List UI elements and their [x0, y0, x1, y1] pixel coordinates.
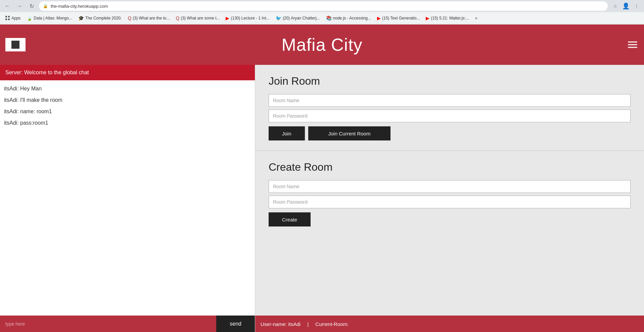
bookmark-twitter-label: (20) Aryan Chatterj... — [283, 16, 320, 20]
create-room-buttons: Create — [269, 212, 631, 226]
bookmark-stack-label: node.js - Accessing... — [333, 16, 371, 20]
chat-message-1: itsAdi: Hey Man — [4, 83, 251, 94]
create-room-name-input[interactable] — [269, 180, 631, 193]
send-button[interactable]: send — [216, 316, 255, 332]
quora-icon-2: Q — [176, 15, 180, 21]
status-divider: | — [307, 321, 309, 327]
bookmark-quora-1[interactable]: Q (3) What are the to... — [125, 14, 173, 22]
bookmark-youtube-2[interactable]: ▶ (15) Text Generatio... — [374, 14, 423, 22]
chat-input[interactable] — [0, 316, 216, 332]
header-logo — [5, 38, 26, 51]
join-room-name-input[interactable] — [269, 94, 631, 107]
address-bar[interactable]: 🔒 the-mafia-city.herokuapp.com — [39, 1, 608, 11]
chat-message-2: itsAdi: I'll make the room — [4, 94, 251, 106]
star-button[interactable]: ☆ — [610, 1, 620, 11]
bookmark-youtube-1[interactable]: ▶ (130) Lecture - 1 Int... — [223, 14, 272, 22]
youtube-icon-2: ▶ — [377, 15, 381, 21]
mongo-icon: 🍃 — [27, 15, 32, 21]
join-room-section: Join Room Join Join Current Room — [255, 65, 644, 151]
bookmark-mongo[interactable]: 🍃 Data | Atlas: Mongo... — [24, 14, 75, 22]
chat-input-bar: send — [0, 316, 255, 332]
bookmark-udemy[interactable]: 🎓 The Complete 2020. — [76, 14, 125, 22]
main-content: Server: Welcome to the global chat itsAd… — [0, 65, 644, 332]
bookmark-twitter[interactable]: 🐦 (20) Aryan Chatterj... — [273, 14, 323, 22]
current-room-status: Current-Room: — [315, 321, 349, 327]
bookmark-apps-label: Apps — [11, 16, 20, 20]
lock-icon: 🔒 — [43, 4, 48, 8]
app-header: Mafia City — [0, 25, 644, 65]
bookmark-mongo-label: Data | Atlas: Mongo... — [34, 16, 72, 20]
forward-button[interactable]: → — [15, 1, 24, 11]
browser-chrome: ← → ↻ 🔒 the-mafia-city.herokuapp.com ☆ 👤… — [0, 0, 644, 25]
stack-icon: 📚 — [326, 15, 332, 21]
username-status: User-name: itsAdi — [261, 321, 301, 327]
bookmark-quora1-label: (3) What are the to... — [133, 16, 170, 20]
menu-line-3 — [628, 47, 637, 48]
menu-line-2 — [628, 44, 637, 45]
bookmark-quora-2[interactable]: Q (3) What are some t... — [173, 14, 223, 22]
bookmark-quora2-label: (3) What are some t... — [181, 16, 220, 20]
create-button[interactable]: Create — [269, 212, 311, 226]
chat-message-3: itsAdi: name: room1 — [4, 106, 251, 117]
bookmarks-bar: Apps 🍃 Data | Atlas: Mongo... 🎓 The Comp… — [0, 12, 644, 24]
youtube-icon-1: ▶ — [226, 15, 229, 21]
app-wrapper: Mafia City Server: Welcome to the global… — [0, 25, 644, 332]
chat-messages-area: itsAdi: Hey Man itsAdi: I'll make the ro… — [0, 80, 255, 316]
browser-right-controls: ☆ 👤 ⋮ — [610, 1, 641, 11]
youtube-icon-3: ▶ — [426, 15, 429, 21]
apps-icon — [5, 16, 10, 20]
create-room-title: Create Room — [269, 161, 631, 173]
hamburger-menu-button[interactable] — [628, 42, 637, 48]
udemy-icon: 🎓 — [78, 15, 84, 21]
bookmark-youtube2-label: (15) Text Generatio... — [382, 16, 420, 20]
right-panel: Join Room Join Join Current Room Create … — [255, 65, 644, 332]
more-bookmarks-label: » — [475, 16, 477, 20]
quora-icon-1: Q — [128, 15, 132, 21]
join-room-buttons: Join Join Current Room — [269, 126, 631, 140]
join-current-room-button[interactable]: Join Current Room — [308, 126, 391, 140]
bookmark-youtube3-label: (15) 5.21: Matter.js:... — [431, 16, 469, 20]
bookmark-udemy-label: The Complete 2020. — [85, 16, 122, 20]
bookmark-youtube1-label: (130) Lecture - 1 Int... — [231, 16, 269, 20]
bookmark-apps[interactable]: Apps — [3, 14, 23, 22]
app-title: Mafia City — [281, 35, 362, 55]
user-avatar[interactable]: 👤 — [621, 1, 631, 11]
chat-message-4: itsAdi: pass:room1 — [4, 117, 251, 129]
join-button[interactable]: Join — [269, 126, 305, 140]
bookmark-more[interactable]: » — [472, 14, 480, 22]
back-button[interactable]: ← — [3, 1, 12, 11]
browser-top-bar: ← → ↻ 🔒 the-mafia-city.herokuapp.com ☆ 👤… — [0, 0, 644, 12]
url-text: the-mafia-city.herokuapp.com — [51, 4, 604, 9]
bookmark-youtube-3[interactable]: ▶ (15) 5.21: Matter.js:... — [423, 14, 471, 22]
chat-panel: Server: Welcome to the global chat itsAd… — [0, 65, 255, 332]
twitter-icon: 🐦 — [276, 15, 281, 21]
right-status-bar: User-name: itsAdi | Current-Room: — [255, 316, 644, 332]
browser-menu-button[interactable]: ⋮ — [632, 1, 641, 11]
logo-icon — [11, 41, 19, 49]
join-room-password-input[interactable] — [269, 110, 631, 122]
server-message: Server: Welcome to the global chat — [0, 65, 255, 80]
create-room-password-input[interactable] — [269, 196, 631, 208]
reload-button[interactable]: ↻ — [27, 1, 36, 11]
join-room-title: Join Room — [269, 75, 631, 87]
menu-line-1 — [628, 42, 637, 43]
bookmark-stack[interactable]: 📚 node.js - Accessing... — [323, 14, 374, 22]
create-room-section: Create Room Create — [255, 151, 644, 316]
